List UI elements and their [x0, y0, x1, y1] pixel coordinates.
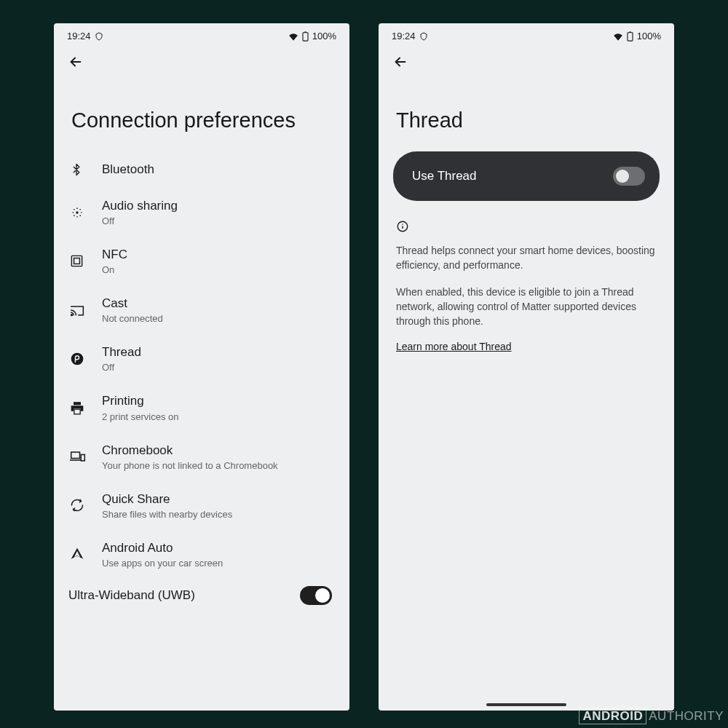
svg-rect-17 [71, 452, 80, 458]
page-title: Connection preferences [54, 72, 349, 151]
battery-icon [302, 31, 309, 41]
use-thread-toggle[interactable]: Use Thread [393, 151, 660, 201]
uwb-toggle[interactable] [300, 586, 332, 605]
svg-point-6 [81, 212, 82, 213]
shield-icon [95, 32, 103, 41]
svg-rect-20 [628, 32, 633, 40]
item-sub: Share files with nearby devices [102, 509, 332, 520]
phone-thread: 19:24 100% Thread Use Thread Thread help… [379, 23, 674, 711]
item-title: Printing [102, 393, 332, 409]
item-uwb[interactable]: Ultra-Wideband (UWB) [54, 579, 349, 605]
svg-point-10 [79, 215, 81, 216]
svg-point-7 [74, 209, 75, 210]
item-android-auto[interactable]: Android AutoUse apps on your car screen [54, 530, 349, 579]
phone-connection-preferences: 19:24 100% Connection preferences Blueto… [54, 23, 349, 711]
home-indicator[interactable] [486, 703, 566, 706]
item-sub: Your phone is not linked to a Chromebook [102, 460, 332, 471]
item-bluetooth[interactable]: Bluetooth [54, 151, 349, 188]
svg-rect-12 [74, 258, 80, 264]
svg-rect-15 [74, 402, 81, 405]
item-title: Android Auto [102, 540, 332, 556]
svg-point-2 [76, 211, 78, 213]
back-button[interactable] [66, 52, 86, 72]
svg-rect-16 [74, 409, 80, 414]
status-battery: 100% [312, 31, 336, 41]
bluetooth-icon [70, 162, 83, 178]
quick-share-icon [70, 498, 84, 513]
cast-icon [70, 304, 84, 317]
android-auto-icon [70, 547, 84, 561]
item-title: Quick Share [102, 491, 332, 507]
item-cast[interactable]: CastNot connected [54, 285, 349, 334]
info-block: Thread helps connect your smart home dev… [379, 215, 674, 357]
item-title: Thread [102, 344, 332, 360]
back-button[interactable] [390, 52, 411, 72]
watermark: ANDROIDAUTHORITY [579, 709, 724, 724]
status-bar: 19:24 100% [379, 23, 674, 46]
toggle-label: Use Thread [412, 169, 477, 183]
page-title: Thread [379, 72, 674, 151]
item-title: Ultra-Wideband (UWB) [68, 588, 195, 603]
item-sub: On [102, 264, 332, 275]
thread-icon [70, 352, 84, 366]
item-quick-share[interactable]: Quick ShareShare files with nearby devic… [54, 481, 349, 530]
watermark-light: AUTHORITY [649, 709, 724, 723]
nfc-icon [70, 254, 84, 268]
svg-rect-1 [304, 31, 306, 32]
wifi-icon [613, 32, 623, 41]
item-thread[interactable]: ThreadOff [54, 334, 349, 383]
item-sub: Use apps on your car screen [102, 558, 332, 569]
item-audio-sharing[interactable]: Audio sharingOff [54, 188, 349, 237]
svg-rect-0 [303, 32, 308, 40]
svg-rect-21 [629, 31, 631, 32]
item-sub: Off [102, 362, 332, 373]
settings-list: Bluetooth Audio sharingOff NFCOn CastNot… [54, 151, 349, 711]
item-title: Bluetooth [102, 162, 332, 178]
item-chromebook[interactable]: ChromebookYour phone is not linked to a … [54, 432, 349, 481]
chromebook-icon [70, 451, 86, 462]
svg-point-13 [71, 314, 73, 316]
status-battery: 100% [637, 31, 661, 41]
svg-point-24 [402, 223, 403, 225]
item-sub: 2 print services on [102, 411, 332, 422]
item-title: Chromebook [102, 443, 332, 459]
item-printing[interactable]: Printing2 print services on [54, 383, 349, 432]
item-nfc[interactable]: NFCOn [54, 237, 349, 285]
wifi-icon [288, 32, 298, 41]
item-title: Cast [102, 296, 332, 312]
watermark-bold: ANDROID [579, 708, 646, 724]
status-time: 19:24 [392, 31, 416, 41]
shield-icon [419, 32, 428, 41]
print-icon [70, 401, 84, 415]
svg-point-4 [76, 216, 78, 218]
toggle-switch-off[interactable] [613, 167, 645, 186]
svg-rect-11 [71, 256, 82, 266]
info-text-1: Thread helps connect your smart home dev… [396, 243, 657, 273]
svg-rect-18 [81, 455, 84, 461]
svg-point-14 [71, 353, 84, 365]
battery-icon [627, 31, 633, 41]
learn-more-link[interactable]: Learn more about Thread [396, 341, 512, 352]
svg-point-8 [79, 209, 81, 210]
item-sub: Off [102, 215, 332, 226]
item-title: NFC [102, 247, 332, 263]
status-time: 19:24 [67, 31, 91, 41]
status-bar: 19:24 100% [54, 23, 349, 46]
svg-point-9 [74, 215, 75, 216]
audio-sharing-icon [70, 205, 84, 220]
svg-point-3 [76, 207, 78, 209]
item-title: Audio sharing [102, 198, 332, 214]
info-icon [396, 220, 657, 233]
item-sub: Not connected [102, 313, 332, 324]
info-text-2: When enabled, this device is eligible to… [396, 285, 657, 329]
svg-point-5 [72, 212, 74, 213]
